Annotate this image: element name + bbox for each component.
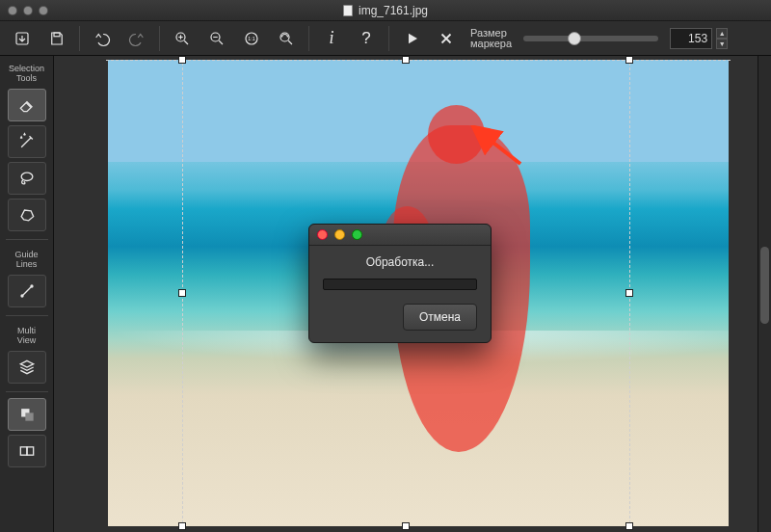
zoom-fit-button[interactable] <box>272 25 301 52</box>
dialog-minimize-icon[interactable] <box>334 229 345 240</box>
open-button[interactable] <box>8 25 37 52</box>
marker-size-slider[interactable] <box>523 36 658 41</box>
image-surface[interactable]: Обработка... Отмена <box>108 60 729 526</box>
dialog-message: Обработка... <box>323 255 477 269</box>
zoom-in-button[interactable] <box>168 25 197 52</box>
handle-ne[interactable] <box>625 56 633 64</box>
handle-nw[interactable] <box>178 56 186 64</box>
svg-rect-13 <box>27 447 34 455</box>
compare-overlap-tool[interactable] <box>8 398 46 431</box>
dialog-titlebar[interactable] <box>309 225 491 246</box>
marker-size-label: Размер маркера <box>470 28 512 49</box>
dialog-cancel-button[interactable]: Отмена <box>403 304 477 331</box>
stepper-down-icon[interactable]: ▼ <box>716 39 728 49</box>
tool-sidebar: Selection Tools Guide Lines Multi View <box>0 56 54 532</box>
help-button[interactable]: ? <box>352 25 381 52</box>
handle-sw[interactable] <box>178 522 186 530</box>
guide-line-tool[interactable] <box>8 275 46 307</box>
sidebar-group-guide: Guide Lines <box>14 250 38 269</box>
compare-side-tool[interactable] <box>8 435 46 467</box>
stepper-up-icon[interactable]: ▲ <box>716 28 728 39</box>
svg-text:1:1: 1:1 <box>248 36 254 41</box>
slider-thumb-icon[interactable] <box>568 32 581 45</box>
main-area: Selection Tools Guide Lines Multi View <box>0 56 771 532</box>
cancel-action-button[interactable] <box>432 25 461 52</box>
zoom-out-button[interactable] <box>202 25 231 52</box>
window-title-text: img_7161.jpg <box>359 4 428 17</box>
handle-n[interactable] <box>402 56 410 64</box>
sidebar-group-selection: Selection Tools <box>9 64 44 83</box>
sidebar-group-multiview: Multi View <box>17 326 36 345</box>
undo-button[interactable] <box>88 25 117 52</box>
eraser-tool[interactable] <box>8 89 46 121</box>
dialog-close-icon[interactable] <box>317 229 328 240</box>
dialog-zoom-icon[interactable] <box>352 229 362 240</box>
handle-e[interactable] <box>625 289 633 297</box>
lasso-tool[interactable] <box>8 162 46 195</box>
marker-size-input[interactable] <box>670 28 712 49</box>
marker-size-stepper[interactable]: ▲ ▼ <box>716 28 728 49</box>
zoom-actual-button[interactable]: 1:1 <box>237 25 266 52</box>
processing-dialog: Обработка... Отмена <box>308 224 492 343</box>
vertical-scrollbar[interactable] <box>758 56 771 532</box>
handle-w[interactable] <box>178 289 186 297</box>
window-title: img_7161.jpg <box>0 4 771 17</box>
scrollbar-thumb[interactable] <box>760 247 769 324</box>
info-button[interactable]: i <box>317 25 346 52</box>
svg-point-7 <box>21 173 33 180</box>
save-button[interactable] <box>42 25 71 52</box>
main-toolbar: 1:1 i ? Размер маркера ▲ ▼ <box>0 21 771 56</box>
handle-se[interactable] <box>625 522 633 530</box>
magic-wand-tool[interactable] <box>8 125 46 158</box>
redo-button[interactable] <box>122 25 151 52</box>
handle-s[interactable] <box>402 522 410 530</box>
layers-view-tool[interactable] <box>8 351 46 384</box>
document-icon <box>343 5 353 16</box>
svg-rect-1 <box>54 33 60 37</box>
polygon-lasso-tool[interactable] <box>8 199 46 231</box>
play-button[interactable] <box>397 25 426 52</box>
svg-rect-12 <box>20 447 27 455</box>
progress-bar <box>323 279 477 290</box>
svg-rect-11 <box>25 412 33 420</box>
window-titlebar: img_7161.jpg <box>0 0 771 21</box>
canvas-area[interactable]: Обработка... Отмена <box>54 56 771 532</box>
